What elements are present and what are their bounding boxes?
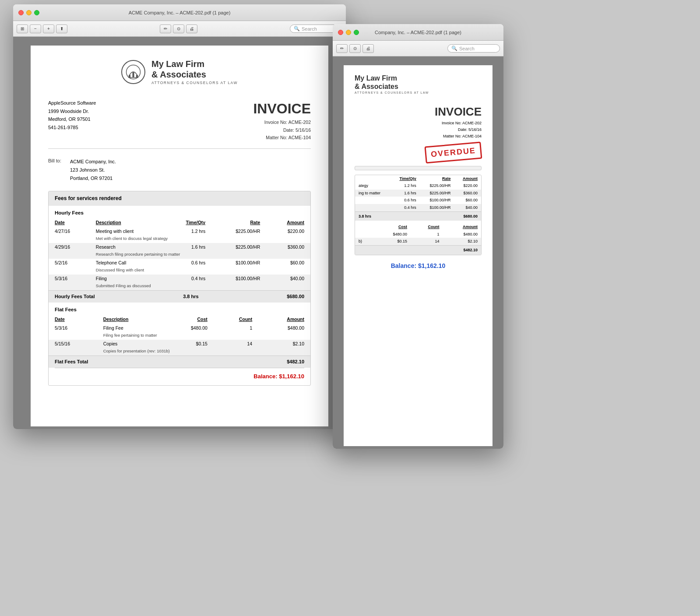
row-date: 5/15/16 — [49, 340, 97, 348]
row-rate: $225.00/HR — [420, 182, 454, 190]
bill-to-label: Bill to: — [48, 158, 61, 182]
row-desc: Copies — [97, 340, 163, 348]
row-rate: $225.00/HR — [211, 243, 266, 251]
row-detail: Met with client to discuss legal strateg… — [90, 236, 310, 243]
firm-name-secondary: My Law Firm & Associates — [355, 74, 482, 91]
minimize-button-secondary[interactable] — [346, 30, 351, 35]
bill-to-company: ACME Company, Inc. — [70, 158, 116, 166]
balance-row: Balance: $1,162.10 — [49, 368, 310, 385]
table-row-detail: Filing fee pertaining to matter — [49, 332, 310, 340]
copy-button[interactable]: ⊙ — [173, 25, 184, 33]
pdf-content-secondary: My Law Firm & Associates Attorneys & Cou… — [333, 56, 503, 449]
col-amount-flat: Amount — [258, 315, 310, 324]
bill-to-address1: 123 Johnson St. — [70, 166, 116, 174]
maximize-button-secondary[interactable] — [354, 30, 359, 35]
row-rate: $225.00/HR — [420, 190, 454, 197]
table-row: 4/29/16 Research 1.6 hrs $225.00/HR $360… — [49, 243, 310, 251]
titlebar-main: ACME Company, Inc. – ACME-202.pdf (1 pag… — [13, 4, 346, 21]
zoom-out-button[interactable]: − — [30, 25, 41, 33]
col-timeqty-secondary: Time/Qty — [390, 175, 420, 183]
traffic-lights-secondary — [338, 30, 359, 35]
row-timeqty: 1.6 hrs — [164, 243, 211, 251]
row-desc-detail — [355, 197, 390, 204]
row-desc-secondary — [355, 231, 373, 238]
flat-total-amount: $482.10 — [287, 359, 304, 365]
balance-amount: $1,162.10 — [279, 373, 304, 380]
firm-tagline: Attorneys & Counselors at Law — [151, 81, 238, 86]
hourly-fees-title: Hourly Fees — [49, 206, 310, 218]
annotate-button[interactable]: ✏ — [160, 25, 171, 33]
hourly-total-label: Hourly Fees Total — [55, 293, 95, 300]
row-date: 5/2/16 — [49, 259, 90, 267]
print-button-secondary[interactable]: 🖨 — [362, 44, 374, 53]
print-button[interactable]: 🖨 — [186, 25, 197, 33]
invoice-title-secondary: INVOICE — [355, 104, 482, 120]
balance-label: Balance: — [253, 373, 277, 380]
search-icon: 🔍 — [294, 26, 300, 32]
flat-fees-table: Date Description Cost Count Amount 5/3/1… — [49, 315, 310, 356]
table-row: 5/3/16 Filing 0.4 hrs $100.00/HR $40.00 — [49, 275, 310, 283]
row-timeqty: 1.2 hrs — [164, 227, 211, 236]
annotate-button-secondary[interactable]: ✏ — [336, 44, 348, 53]
row-cost-secondary: $0.15 — [373, 238, 411, 245]
row-desc-detail — [355, 204, 390, 211]
search-input-secondary[interactable] — [355, 166, 482, 170]
row-detail: Discussed filing with client — [90, 267, 310, 275]
minimize-button[interactable] — [26, 10, 32, 15]
flat-total-row: Flat Fees Total $482.10 — [49, 356, 310, 368]
row-timeqty: 0.6 hrs — [164, 259, 211, 267]
col-amount-secondary: Amount — [454, 175, 481, 183]
col-cost: Cost — [163, 315, 214, 324]
maximize-button[interactable] — [34, 10, 39, 15]
balance-secondary: Balance: $1,162.10 — [355, 262, 482, 271]
firm-header-secondary: My Law Firm & Associates Attorneys & Cou… — [355, 74, 482, 95]
col-amount: Amount — [266, 218, 310, 227]
table-row-detail: Research filing procedure pertaining to … — [49, 251, 310, 259]
sender-company: AppleSource Software — [48, 99, 96, 107]
row-desc: Research — [90, 243, 164, 251]
hourly-total-qty-secondary: 3.8 hrs — [359, 214, 371, 219]
search-placeholder: Search — [302, 26, 317, 32]
table-row: 0.6 hrs $100.00/HR $60.00 — [355, 197, 481, 204]
col-timeqty: Time/Qty — [164, 218, 211, 227]
row-detail: Research filing procedure pertaining to … — [90, 251, 310, 259]
copy-button-secondary[interactable]: ⊙ — [349, 44, 361, 53]
sender-address2: Medford, OR 97501 — [48, 115, 96, 123]
row-cost: $480.00 — [163, 324, 214, 332]
sidebar-toggle-button[interactable]: ⊞ — [17, 25, 28, 33]
row-timeqty: 0.4 hrs — [390, 204, 420, 211]
row-amount: $40.00 — [266, 275, 310, 283]
share-button[interactable]: ⬆ — [56, 25, 67, 33]
bill-to-address: ACME Company, Inc. 123 Johnson St. Portl… — [70, 158, 116, 182]
table-row: 5/2/16 Telephone Call 0.6 hrs $100.00/HR… — [49, 259, 310, 267]
table-row: 0.4 hrs $100.00/HR $40.00 — [355, 204, 481, 211]
search-icon-secondary: 🔍 — [451, 46, 457, 51]
hourly-total-secondary: 3.8 hrs $680.00 — [355, 211, 481, 221]
svg-rect-3 — [136, 75, 138, 77]
secondary-window: Company, Inc. – ACME-202.pdf (1 page) ✏ … — [333, 24, 503, 449]
firm-logo-icon — [121, 60, 145, 84]
firm-header: My Law Firm & Associates Attorneys & Cou… — [48, 59, 311, 86]
row-amount: $480.00 — [258, 324, 310, 332]
firm-name-block: My Law Firm & Associates Attorneys & Cou… — [151, 59, 238, 86]
row-date: 5/3/16 — [49, 324, 97, 332]
table-row-detail: Copies for presentation (rev: 1031b) — [49, 348, 310, 356]
row-rate: $225.00/HR — [211, 227, 266, 236]
row-rate: $100.00/HR — [420, 204, 454, 211]
hourly-fees-table-secondary: Time/Qty Rate Amount ategy 1.2 hrs $225.… — [355, 175, 481, 211]
window-title: ACME Company, Inc. – ACME-202.pdf (1 pag… — [129, 10, 231, 15]
row-detail: Filing fee pertaining to matter — [97, 332, 310, 340]
sender-address1: 1999 Woodside Dr. — [48, 107, 96, 116]
zoom-in-button[interactable]: + — [43, 25, 54, 33]
flat-fees-title: Flat Fees — [49, 303, 310, 315]
row-rate: $100.00/HR — [211, 275, 266, 283]
table-row-detail: Submitted Filing as discussed — [49, 283, 310, 290]
close-button-secondary[interactable] — [338, 30, 343, 35]
close-button[interactable] — [18, 10, 24, 15]
col-amount-flat-secondary: Amount — [443, 223, 481, 231]
invoice-meta: Invoice No: ACME-202 Date: 5/16/16 Matte… — [253, 119, 311, 142]
row-amount: $60.00 — [454, 197, 481, 204]
row-desc-detail: ategy — [355, 182, 390, 190]
search-box-secondary[interactable]: 🔍 Search — [447, 44, 500, 53]
sender-phone: 541-261-9785 — [48, 123, 96, 132]
